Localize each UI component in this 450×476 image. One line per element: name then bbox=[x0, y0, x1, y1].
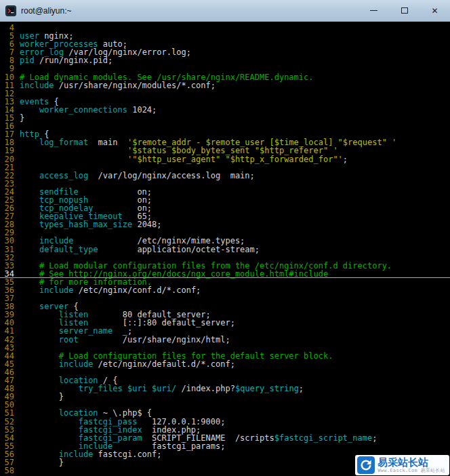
badge-title: 易采站长站 bbox=[377, 456, 445, 468]
terminal-line: 34 # See http://nginx.org/en/docs/ngx_co… bbox=[0, 270, 450, 278]
line-number: 51 bbox=[0, 409, 14, 417]
code-text: } bbox=[20, 392, 64, 401]
maximize-button[interactable] bbox=[389, 0, 420, 21]
line-number: 9 bbox=[0, 64, 14, 73]
line-number: 52 bbox=[0, 418, 14, 426]
terminal-line: 20 '"$http_user_agent" "$http_x_forwarde… bbox=[0, 155, 450, 163]
window-controls: ✕ bbox=[359, 0, 450, 21]
line-number: 53 bbox=[0, 426, 14, 434]
minimize-button[interactable] bbox=[359, 0, 389, 21]
badge-logo-icon bbox=[357, 456, 375, 474]
line-number: 42 bbox=[0, 336, 14, 344]
terminal-line: 36 include /etc/nginx/conf.d/*.conf; bbox=[0, 286, 450, 294]
watermark-badge: 易采站长站 Www.Easck.Com 易采站长站 bbox=[355, 455, 449, 475]
code-text: worker_connections 1024; bbox=[20, 105, 157, 115]
badge-text: 易采站长站 Www.Easck.Com 易采站长站 bbox=[377, 456, 445, 474]
window-title: root@aliyun:~ bbox=[21, 6, 72, 16]
line-number: 19 bbox=[0, 146, 14, 155]
code-text: include /etc/nginx/default.d/*.conf; bbox=[20, 359, 235, 369]
terminal-line: 49 } bbox=[0, 393, 450, 401]
line-number: 32 bbox=[0, 254, 14, 262]
line-number: 33 bbox=[0, 262, 14, 270]
code-text: pid /run/nginx.pid; bbox=[20, 56, 112, 65]
line-number: 43 bbox=[0, 344, 14, 352]
code-text: root /usr/share/nginx/html; bbox=[20, 335, 230, 344]
close-button[interactable]: ✕ bbox=[420, 0, 450, 21]
title-bar[interactable]: root@aliyun:~ ✕ bbox=[0, 0, 450, 22]
code-text: } bbox=[20, 458, 64, 467]
line-number: 10 bbox=[0, 73, 14, 81]
code-text: include /etc/nginx/conf.d/*.conf; bbox=[20, 285, 201, 295]
line-number: 54 bbox=[0, 434, 14, 442]
code-text: access_log /var/log/nginx/access.log mai… bbox=[20, 171, 255, 180]
code-text: include /usr/share/nginx/modules/*.conf; bbox=[20, 81, 216, 90]
line-number: 41 bbox=[0, 327, 14, 335]
code-text: '"$http_user_agent" "$http_x_forwarded_f… bbox=[20, 155, 348, 164]
code-text: types_hash_max_size 2048; bbox=[20, 220, 162, 229]
line-number: 11 bbox=[0, 81, 14, 90]
terminal-line: 31 default_type application/octet-stream… bbox=[0, 245, 450, 254]
badge-subtitle: Www.Easck.Com 易采站长站 bbox=[377, 468, 445, 473]
terminal-line: 42 root /usr/share/nginx/html; bbox=[0, 336, 450, 344]
line-number: 58 bbox=[0, 467, 14, 475]
line-number: 31 bbox=[0, 245, 14, 254]
terminal-line: 22 access_log /var/log/nginx/access.log … bbox=[0, 172, 450, 180]
close-icon: ✕ bbox=[431, 7, 438, 15]
terminal-line: 28 types_hash_max_size 2048; bbox=[0, 220, 450, 229]
terminal-line: 11include /usr/share/nginx/modules/*.con… bbox=[0, 81, 450, 90]
code-text: } bbox=[20, 113, 24, 123]
terminal-line: 48 try_files $uri $uri/ /index.php?$quer… bbox=[0, 384, 450, 393]
terminal-line: 16 bbox=[0, 122, 450, 130]
terminal-body[interactable]: 45user nginx;6worker_processes auto;7err… bbox=[0, 22, 450, 476]
line-number: 30 bbox=[0, 237, 14, 245]
code-lines: 45user nginx;6worker_processes auto;7err… bbox=[0, 24, 450, 475]
app-icon bbox=[5, 5, 16, 16]
terminal-line: 45 include /etc/nginx/default.d/*.conf; bbox=[0, 360, 450, 368]
terminal-line: 15} bbox=[0, 114, 450, 122]
maximize-icon bbox=[401, 7, 408, 14]
line-number: 22 bbox=[0, 172, 14, 180]
code-text: default_type application/octet-stream; bbox=[20, 245, 260, 254]
line-number: 20 bbox=[0, 155, 14, 163]
code-text: # See http://nginx.org/en/docs/ngx_core_… bbox=[20, 269, 328, 279]
terminal-line: 12 bbox=[0, 90, 450, 98]
minimize-icon bbox=[370, 10, 377, 11]
line-number: 21 bbox=[0, 163, 14, 172]
terminal-window: root@aliyun:~ ✕ 45user nginx;6worker_pro… bbox=[0, 0, 450, 476]
terminal-line: 8pid /run/nginx.pid; bbox=[0, 56, 450, 64]
terminal-line: 14 worker_connections 1024; bbox=[0, 106, 450, 114]
line-number: 34 bbox=[0, 270, 14, 278]
